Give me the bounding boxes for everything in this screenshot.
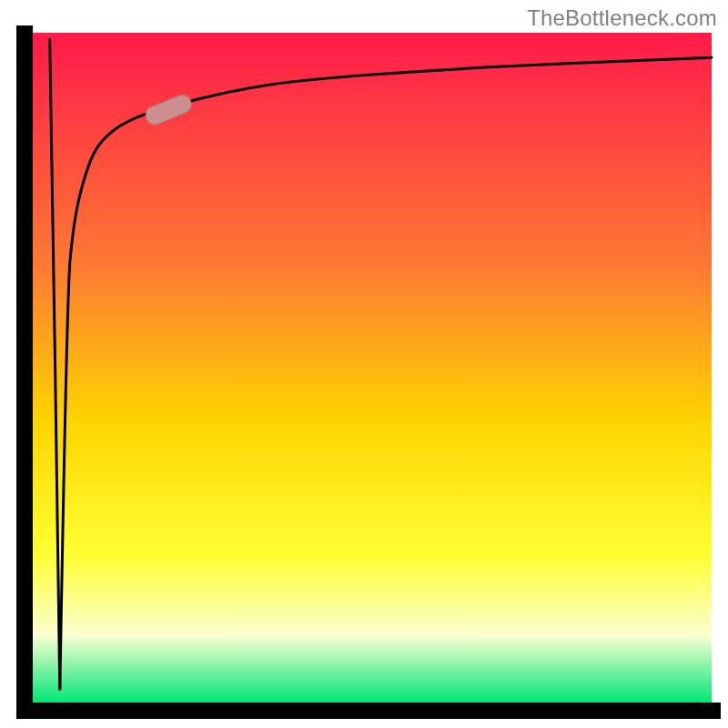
- y-axis: [16, 25, 33, 719]
- bottleneck-chart: [0, 0, 728, 728]
- chart-stage: TheBottleneck.com: [0, 0, 728, 728]
- x-axis: [16, 703, 721, 719]
- plot-background: [33, 33, 712, 703]
